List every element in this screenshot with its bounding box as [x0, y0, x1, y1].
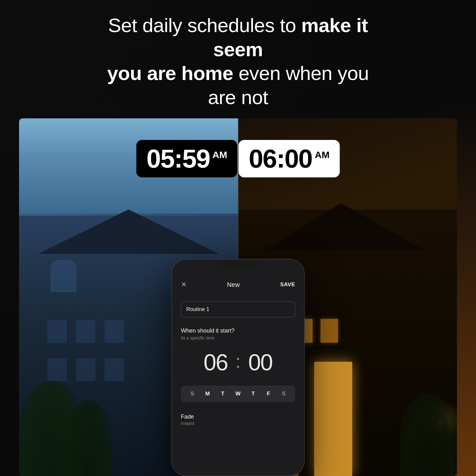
day-monday[interactable]: M — [202, 391, 213, 397]
hour-picker[interactable]: 06 — [204, 349, 228, 375]
headline: Set daily schedules to make it seem you … — [95, 13, 381, 109]
time-colon: : — [235, 350, 241, 372]
fade-sublabel: Instant — [181, 421, 295, 426]
main-image-area: 05:59 AM 06:00 AM ✕ New SAVE — [19, 118, 457, 476]
when-sublabel: At a specific time — [181, 335, 295, 340]
minute-picker[interactable]: 00 — [248, 349, 272, 375]
time-pill-after: 06:00 AM — [239, 140, 340, 177]
when-label: When should it start? — [181, 327, 295, 334]
fade-section[interactable]: Fade Instant — [181, 412, 295, 427]
page-wrapper: Set daily schedules to make it seem you … — [0, 0, 476, 476]
day-thursday[interactable]: T — [248, 391, 259, 397]
time-pill-before: 05:59 AM — [136, 140, 237, 177]
screen-title: New — [227, 281, 240, 288]
time-before-number: 05:59 — [147, 146, 210, 172]
phone-mockup: ✕ New SAVE When should it start? At a sp… — [171, 259, 305, 476]
routine-name-input[interactable] — [181, 301, 295, 317]
day-friday[interactable]: F — [263, 391, 274, 397]
phone-screen: ✕ New SAVE When should it start? At a sp… — [172, 260, 304, 475]
day-tuesday[interactable]: T — [217, 391, 228, 397]
fade-label: Fade — [181, 413, 295, 420]
phone-notch — [217, 260, 259, 269]
phone-frame: ✕ New SAVE When should it start? At a sp… — [171, 259, 305, 476]
close-button[interactable]: ✕ — [181, 281, 187, 289]
time-after-number: 06:00 — [249, 146, 312, 172]
day-sunday[interactable]: S — [187, 391, 198, 397]
time-picker[interactable]: 06 : 00 — [181, 349, 295, 375]
save-button[interactable]: SAVE — [280, 281, 295, 288]
day-selector[interactable]: S M T W T F S — [181, 386, 295, 402]
time-display: 05:59 AM 06:00 AM — [136, 140, 340, 177]
time-after-ampm: AM — [315, 149, 330, 160]
headline-bold2: you are home — [107, 62, 233, 84]
headline-bold1: make it seem — [213, 14, 368, 60]
phone-header: ✕ New SAVE — [172, 275, 304, 294]
headline-text: Set daily schedules to make it seem you … — [107, 14, 369, 108]
time-before-ampm: AM — [212, 149, 227, 160]
phone-content: When should it start? At a specific time… — [172, 294, 304, 435]
day-wednesday[interactable]: W — [232, 391, 244, 397]
day-saturday[interactable]: S — [278, 391, 289, 397]
